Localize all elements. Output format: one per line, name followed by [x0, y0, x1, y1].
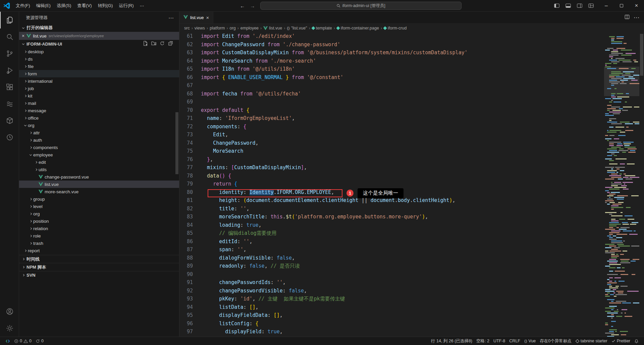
toggle-sidebar-icon[interactable] — [552, 2, 562, 10]
tree-item-file[interactable]: file — [19, 63, 179, 70]
open-editor-item[interactable]: list.vuesrc\views\platform\org\employee — [19, 32, 179, 40]
minimap[interactable] — [604, 32, 639, 337]
breadcrumb-item[interactable]: iform-crud — [384, 26, 407, 30]
refresh-icon[interactable] — [160, 41, 165, 47]
code-line[interactable]: 97 displayField: true, — [179, 329, 604, 337]
code-line[interactable]: 88 dialogFormVisible: false, — [179, 255, 604, 263]
tree-item-form[interactable]: form — [19, 70, 179, 77]
breadcrumb-item[interactable]: employee — [240, 26, 259, 30]
new-folder-icon[interactable] — [151, 41, 156, 47]
source-control-icon[interactable] — [0, 45, 19, 62]
code-line[interactable]: 82 title: '', — [179, 206, 604, 214]
tree-item-international[interactable]: international — [19, 77, 179, 85]
code-line[interactable]: 67 — [179, 82, 604, 91]
code-line[interactable]: 63import CustomDataDisplayMixin from '@/… — [179, 50, 604, 58]
breadcrumb-item[interactable]: src — [184, 26, 190, 30]
code-line[interactable]: 70export default { — [179, 107, 604, 116]
tree-item-org[interactable]: org — [19, 210, 179, 217]
menu-item-3[interactable]: 查看(V) — [74, 1, 95, 10]
sidebar-scrollbar[interactable] — [175, 112, 178, 174]
menu-overflow-icon[interactable]: ⋯ — [137, 2, 147, 10]
code-line[interactable]: 69 — [179, 99, 604, 107]
code-line[interactable]: 61import Edit from './edit/index' — [179, 33, 604, 42]
close-icon[interactable] — [629, 0, 644, 11]
tree-item-change-password.vue[interactable]: change-password.vue — [19, 173, 179, 181]
toggle-panel-icon[interactable] — [563, 2, 573, 10]
code-line[interactable]: 95 displayFieldData: [], — [179, 312, 604, 321]
tree-item-ds[interactable]: ds — [19, 55, 179, 63]
code-line[interactable]: 72 components: { — [179, 124, 604, 132]
account-icon[interactable] — [0, 303, 19, 320]
tree-item-org[interactable]: org — [19, 122, 179, 129]
breadcrumb-item[interactable]: views — [195, 26, 205, 30]
close-editor-icon[interactable] — [22, 33, 24, 39]
tab-close-icon[interactable] — [206, 15, 209, 20]
tree-item-more-search.vue[interactable]: more-search.vue — [19, 188, 179, 195]
code-line[interactable]: 73 Edit, — [179, 132, 604, 140]
breadcrumb-item[interactable]: platform — [210, 26, 225, 30]
collapse-all-icon[interactable] — [168, 41, 173, 47]
tree-item-kit[interactable]: kit — [19, 92, 179, 99]
problems[interactable]: 00 — [12, 337, 34, 345]
forward-arrow-icon[interactable] — [248, 2, 257, 10]
cursor-position[interactable]: 行 14, 列 26 (已选择8) — [429, 337, 474, 345]
code-line[interactable]: 79 return { — [179, 181, 604, 189]
run-debug-icon[interactable] — [0, 62, 19, 79]
editor-scrollbar[interactable] — [639, 32, 644, 337]
code-line[interactable]: 78 data() { — [179, 173, 604, 181]
search-icon[interactable] — [0, 28, 19, 45]
waves-icon[interactable] — [0, 95, 19, 112]
encoding[interactable]: UTF-8 — [491, 337, 507, 345]
tab-list-vue[interactable]: list.vue — [179, 12, 213, 23]
tree-item-auth[interactable]: auth — [19, 136, 179, 144]
split-editor-icon[interactable] — [625, 14, 630, 21]
extensions-icon[interactable] — [0, 79, 19, 95]
code-line[interactable]: 80 identity: Identity.IFORM.ORG.EMPLOYEE… — [179, 189, 604, 198]
tree-item-components[interactable]: components — [19, 144, 179, 151]
language-mode[interactable]: {}Vue — [522, 337, 538, 345]
section-1[interactable]: NPM 脚本 — [19, 263, 179, 271]
sidebar-more-actions-icon[interactable] — [168, 15, 174, 21]
menu-item-0[interactable]: 文件(F) — [13, 1, 33, 10]
history-icon[interactable] — [0, 129, 19, 146]
code-line[interactable]: 92 changePasswordVisible: false, — [179, 288, 604, 296]
code-line[interactable]: 89 readonly: false, // 是否只读 — [179, 263, 604, 271]
code-line[interactable]: 94 listData: [], — [179, 304, 604, 313]
menu-item-4[interactable]: 转到(G) — [95, 1, 116, 10]
prettier[interactable]: Prettier — [609, 337, 632, 345]
code-line[interactable]: 85 // 编辑dialog需要使用 — [179, 230, 604, 238]
open-editors-header[interactable]: 打开的编辑器 — [19, 24, 179, 32]
code-line[interactable]: 66import { ENABLE_USER_NORMAL } from '@/… — [179, 74, 604, 83]
breadcrumb-item[interactable]: {}"list.vue" — [287, 26, 307, 30]
tree-item-utils[interactable]: utils — [19, 166, 179, 173]
sync-status[interactable]: 0 — [34, 337, 46, 345]
code-lines[interactable]: 61import Edit from './edit/index'62impor… — [179, 32, 604, 337]
code-line[interactable]: 62import ChangePassword from './change-p… — [179, 42, 604, 50]
code-line[interactable]: 96 listConfig: { — [179, 321, 604, 329]
code-line[interactable]: 81 height: (document.documentElement.cli… — [179, 197, 604, 206]
code-line[interactable]: 86 editId: '', — [179, 238, 604, 247]
tree-item-list.vue[interactable]: list.vue — [19, 181, 179, 188]
code-line[interactable]: 68import fecha from '@/utils/fecha' — [179, 91, 604, 99]
package-icon[interactable] — [0, 112, 19, 129]
code-line[interactable]: 76 }, — [179, 156, 604, 165]
menu-item-2[interactable]: 选择(S) — [54, 1, 74, 10]
code-line[interactable]: 87 span: '', — [179, 247, 604, 255]
remote-indicator[interactable] — [3, 337, 12, 345]
indentation[interactable]: 空格: 2 — [474, 337, 491, 345]
project-header[interactable]: IFORM-ADMIN-UI — [19, 40, 179, 48]
tree-item-role[interactable]: role — [19, 232, 179, 239]
tree-item-job[interactable]: job — [19, 85, 179, 92]
menu-item-5[interactable]: 运行(R) — [116, 1, 137, 10]
tree-item-trash[interactable]: trash — [19, 239, 179, 247]
tree-item-group[interactable]: group — [19, 195, 179, 203]
breadcrumb-item[interactable]: list.vue — [263, 26, 282, 30]
punctuation-check[interactable]: 存在0个异常标点 — [538, 337, 573, 345]
tabnine[interactable]: tabnine starter — [574, 337, 609, 345]
new-file-icon[interactable] — [143, 41, 148, 47]
settings-icon[interactable] — [0, 320, 19, 337]
breadcrumb-item[interactable]: org — [230, 26, 236, 30]
tree-item-mail[interactable]: mail — [19, 99, 179, 107]
code-line[interactable]: 75 MoreSearch — [179, 148, 604, 156]
code-line[interactable]: 84 loading: true, — [179, 222, 604, 230]
